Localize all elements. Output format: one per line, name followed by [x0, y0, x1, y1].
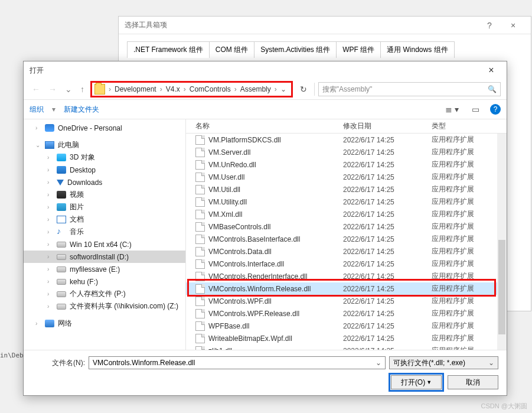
file-row[interactable]: VM.User.dll2022/6/17 14:25应用程序扩展 [186, 171, 507, 183]
toolbox-tab[interactable]: COM 组件 [209, 41, 254, 58]
tree-item[interactable]: ›网络 [24, 317, 185, 330]
filename-input[interactable]: VMControls.Winform.Release.dll ⌄ [89, 356, 386, 369]
breadcrumb-segment[interactable]: ComControls [187, 85, 233, 93]
file-row[interactable]: VM.Xml.dll2022/6/17 14:25应用程序扩展 [186, 208, 507, 220]
nav-recent[interactable]: ⌄ [63, 84, 74, 94]
expand-icon[interactable]: › [47, 303, 53, 310]
col-name[interactable]: 名称 [195, 121, 343, 131]
close-button[interactable]: × [501, 21, 525, 30]
tree-item[interactable]: ›softwordInstall (D:) [24, 251, 185, 263]
expand-icon[interactable]: › [35, 320, 41, 327]
file-row[interactable]: VMControls.WPF.dll2022/6/17 14:25应用程序扩展 [186, 295, 507, 307]
file-row[interactable]: zlib1.dll2022/6/17 14:25应用程序扩展 [186, 344, 507, 350]
toolbox-tab[interactable]: .NET Framework 组件 [127, 41, 210, 58]
search-input[interactable]: 搜索"Assembly" 🔍 [318, 82, 501, 96]
nav-up[interactable]: ↑ [78, 84, 87, 94]
file-type: 应用程序扩展 [432, 160, 507, 170]
breadcrumb-segment[interactable]: Assembly [238, 85, 273, 93]
tree-item[interactable]: ›视频 [24, 188, 185, 201]
tree-item-label: 音乐 [70, 227, 84, 237]
new-folder-button[interactable]: 新建文件夹 [64, 105, 99, 115]
file-date: 2022/6/17 14:25 [343, 235, 432, 243]
file-row[interactable]: VMControls.WPF.Release.dll2022/6/17 14:2… [186, 307, 507, 320]
file-row[interactable]: VMBaseControls.dll2022/6/17 14:25应用程序扩展 [186, 220, 507, 233]
toolbox-tab[interactable]: WPF 组件 [336, 41, 381, 58]
tree-item[interactable]: ›Downloads [24, 176, 185, 188]
tree-item[interactable]: ›♪音乐 [24, 226, 185, 238]
close-button[interactable]: × [479, 65, 503, 76]
tree-item[interactable]: ›Desktop [24, 164, 185, 176]
file-row[interactable]: VMControls.Data.dll2022/6/17 14:25应用程序扩展 [186, 245, 507, 258]
open-button[interactable]: 打开(O)▼ [391, 375, 442, 389]
view-mode-button[interactable]: ≣ ▾ [443, 105, 461, 114]
file-date: 2022/6/17 14:25 [343, 297, 432, 305]
expand-icon[interactable]: › [47, 216, 53, 223]
file-name: VMBaseControls.dll [208, 223, 343, 231]
expand-icon[interactable]: › [47, 204, 53, 210]
organize-menu[interactable]: 组织 [30, 105, 44, 115]
file-row[interactable]: VMControls.Winform.Release.dll2022/6/17 … [186, 282, 507, 295]
toolbox-tab[interactable]: 通用 Windows 组件 [380, 41, 454, 58]
file-row[interactable]: VMControls.RenderInterface.dll2022/6/17 … [186, 270, 507, 282]
nav-tree[interactable]: ›OneDrive - Personal⌄此电脑›3D 对象›Desktop›D… [24, 119, 186, 350]
nav-forward[interactable]: → [46, 84, 59, 94]
drive-icon [57, 279, 66, 285]
expand-icon[interactable]: › [47, 291, 53, 297]
breadcrumb-segment[interactable]: V4.x [164, 85, 182, 93]
breadcrumb[interactable]: › Development›V4.x›ComControls›Assembly›… [90, 81, 293, 97]
tree-item[interactable]: ›kehu (F:) [24, 275, 185, 288]
col-type[interactable]: 类型 [432, 121, 507, 131]
folder-icon [94, 84, 105, 95]
file-date: 2022/6/17 14:25 [343, 148, 432, 157]
nav-back[interactable]: ← [30, 84, 43, 94]
expand-icon[interactable]: › [35, 125, 41, 131]
tree-item[interactable]: ›个人存档文件 (P:) [24, 288, 185, 300]
breadcrumb-dropdown[interactable]: ⌄ [278, 85, 289, 93]
file-row[interactable]: VMControls.Interface.dll2022/6/17 14:25应… [186, 258, 507, 270]
file-type: 应用程序扩展 [432, 222, 507, 232]
tree-item[interactable]: ›Win 10 Ent x64 (C:) [24, 238, 185, 251]
expand-icon[interactable]: › [47, 191, 53, 198]
file-row[interactable]: VMControls.BaseInterface.dll2022/6/17 14… [186, 233, 507, 245]
file-row[interactable]: VM.Utility.dll2022/6/17 14:25应用程序扩展 [186, 196, 507, 208]
file-row[interactable]: VM.Server.dll2022/6/17 14:25应用程序扩展 [186, 146, 507, 158]
col-date[interactable]: 修改日期 [343, 121, 432, 131]
tree-item[interactable]: ›文档 [24, 213, 185, 226]
tree-item[interactable]: ›3D 对象 [24, 151, 185, 164]
help-icon[interactable]: ? [490, 104, 501, 115]
expand-icon[interactable]: › [47, 253, 53, 260]
column-headers[interactable]: 名称 修改日期 类型 [186, 119, 507, 134]
file-row[interactable]: WPFBase.dll2022/6/17 14:25应用程序扩展 [186, 320, 507, 332]
breadcrumb-segment[interactable]: Development [112, 85, 159, 93]
file-row[interactable]: VM.UnRedo.dll2022/6/17 14:25应用程序扩展 [186, 158, 507, 171]
file-name: VMControls.BaseInterface.dll [208, 235, 343, 243]
file-row[interactable]: VM.PlatformSDKCS.dll2022/6/17 14:25应用程序扩… [186, 134, 507, 146]
help-button[interactable]: ? [478, 21, 501, 30]
file-type-filter[interactable]: 可执行文件(*.dll; *.exe) ⌄ [389, 356, 498, 369]
file-type: 应用程序扩展 [432, 284, 507, 294]
tree-item[interactable]: ›文件资料共享 (\\hikvision.com) (Z:) [24, 300, 185, 313]
cancel-button[interactable]: 取消 [448, 375, 498, 389]
toolbox-tab[interactable]: System.Activities 组件 [254, 41, 337, 58]
expand-icon[interactable]: › [47, 241, 53, 248]
tree-item[interactable]: ⌄此电脑 [24, 139, 185, 151]
scrollbar[interactable] [497, 134, 507, 350]
tree-item[interactable]: ›OneDrive - Personal [24, 122, 185, 134]
filename-dropdown[interactable]: ⌄ [376, 359, 381, 367]
expand-icon[interactable]: ⌄ [35, 142, 41, 148]
filter-dropdown[interactable]: ⌄ [488, 359, 494, 367]
expand-icon[interactable]: › [47, 167, 53, 173]
file-row[interactable]: WriteableBitmapEx.Wpf.dll2022/6/17 14:25… [186, 332, 507, 344]
tree-item[interactable]: ›图片 [24, 201, 185, 213]
expand-icon[interactable]: › [47, 229, 53, 235]
scrollbar-thumb[interactable] [498, 240, 505, 334]
expand-icon[interactable]: › [47, 266, 53, 272]
refresh-button[interactable]: ↻ [296, 84, 311, 94]
expand-icon[interactable]: › [47, 278, 53, 285]
search-placeholder: 搜索"Assembly" [322, 84, 373, 95]
preview-pane-button[interactable]: ▭ [469, 105, 482, 114]
tree-item[interactable]: ›myfilessave (E:) [24, 263, 185, 275]
file-row[interactable]: VM.Util.dll2022/6/17 14:25应用程序扩展 [186, 183, 507, 196]
expand-icon[interactable]: › [47, 154, 53, 161]
expand-icon[interactable]: › [47, 179, 53, 186]
